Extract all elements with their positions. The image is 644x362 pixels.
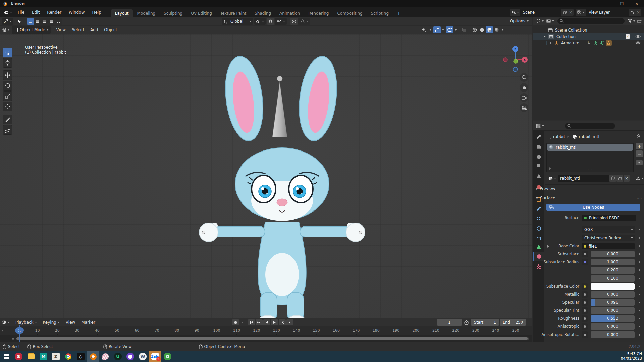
menu-edit[interactable]: Edit [28, 7, 43, 17]
editor-type-dropdown[interactable] [2, 28, 10, 32]
panel-preview-header[interactable]: Preview [535, 186, 555, 191]
property-slider[interactable]: 0.000 [591, 251, 635, 257]
workspace-tab-rendering[interactable]: Rendering [304, 9, 333, 17]
material-slot-list[interactable]: rabbit_mtl ···· [546, 143, 634, 172]
property-slider[interactable]: 0.000 [591, 323, 635, 330]
copy-material-icon[interactable] [616, 175, 623, 182]
menu-render[interactable]: Render [43, 7, 65, 17]
breadcrumb-object[interactable]: rabbit [553, 134, 565, 139]
armature-bone-cone[interactable] [272, 76, 287, 137]
taskbar-icon-blender[interactable] [87, 351, 99, 362]
unlink-material-icon[interactable]: × [624, 175, 630, 182]
workspace-tab-shading[interactable]: Shading [251, 9, 275, 17]
taskbar-clock[interactable]: 5:43 CH 04/01/2023 [621, 352, 642, 361]
keyframe-dot[interactable] [639, 326, 640, 327]
camera-view-icon[interactable] [520, 93, 528, 102]
select-mode-intersect[interactable] [55, 18, 62, 25]
tool-cursor[interactable] [3, 58, 12, 68]
timeline-menu-playback[interactable]: Playback [12, 320, 40, 325]
outliner-display-mode-dropdown[interactable] [546, 19, 554, 23]
close-button[interactable]: × [629, 0, 644, 7]
shading-solid-icon[interactable] [478, 26, 486, 33]
timeline-scrollbar-track[interactable] [16, 337, 529, 340]
timeline-menu-marker[interactable]: Marker [78, 320, 98, 325]
toggle-perspective-icon[interactable] [520, 103, 528, 112]
add-slot-button[interactable]: + [636, 143, 643, 149]
remove-slot-button[interactable]: − [636, 150, 643, 157]
pan-hand-icon[interactable] [520, 83, 528, 92]
timeline-scrollbar-cap[interactable] [12, 338, 14, 340]
keyframe-dot[interactable] [639, 286, 640, 287]
expand-arrow-icon[interactable] [543, 36, 546, 37]
socket-decorator[interactable] [582, 307, 588, 314]
prev-keyframe-button[interactable] [256, 319, 263, 325]
outliner-editor-type-dropdown[interactable] [536, 19, 544, 23]
xray-toggle[interactable] [460, 26, 468, 33]
properties-search-input[interactable] [565, 123, 615, 129]
taskbar-icon-app-green[interactable]: G [161, 351, 174, 362]
timeline-menu-keying[interactable]: Keying [40, 320, 63, 325]
snap-toggle[interactable] [267, 18, 274, 25]
keyframe-dot[interactable] [639, 302, 640, 303]
socket-decorator[interactable] [582, 291, 588, 298]
properties-tab-tool[interactable] [533, 133, 544, 141]
properties-tab-view-layer[interactable] [533, 162, 544, 171]
timeline-menu-view[interactable]: View [63, 320, 78, 325]
material-slot-selected[interactable]: rabbit_mtl [547, 144, 633, 151]
property-slider[interactable]: 0.553 [591, 315, 635, 322]
show-object-types-icon[interactable] [421, 26, 428, 33]
workspace-tab-sculpting[interactable]: Sculpting [160, 9, 186, 17]
mesh-data-icon[interactable] [606, 40, 612, 46]
jump-to-start-button[interactable] [248, 319, 255, 325]
tool-measure[interactable] [3, 125, 12, 135]
fake-user-shield-icon[interactable] [609, 175, 616, 182]
shading-wireframe-icon[interactable] [471, 26, 478, 33]
taskbar-icon-github[interactable] [124, 351, 137, 362]
rabbit-head[interactable] [235, 148, 329, 221]
color-swatch[interactable] [591, 283, 635, 290]
taskbar-icon-maya[interactable]: M [37, 351, 50, 362]
keyframe-dot[interactable] [639, 310, 640, 311]
taskbar-icon-unity[interactable]: ◇ [74, 351, 87, 362]
taskbar-icon-app-w[interactable]: W [137, 351, 149, 362]
outliner-filter-dropdown[interactable] [628, 19, 635, 23]
outliner-row-armature[interactable]: | Armature ↳ [533, 40, 644, 46]
new-collection-button[interactable] [637, 19, 642, 23]
select-mode-invert[interactable] [48, 18, 55, 25]
play-reverse-button[interactable] [263, 319, 270, 325]
viewport-menu-view[interactable]: View [53, 27, 69, 32]
keyframe-dot[interactable] [639, 294, 640, 295]
surface-shader-field[interactable]: Principled BSDF [582, 215, 636, 221]
menu-file[interactable]: File [14, 7, 28, 17]
socket-decorator[interactable] [582, 323, 588, 330]
outliner-search-input[interactable] [557, 18, 625, 24]
viewport-menu-add[interactable]: Add [87, 27, 101, 32]
viewport-3d[interactable]: User Perspective (1) Collection | rabbit [0, 26, 532, 318]
timeline-editor-type-dropdown[interactable] [2, 320, 10, 325]
gizmo-chevron[interactable] [442, 29, 444, 31]
menu-help[interactable]: Help [88, 7, 105, 17]
current-frame-field[interactable]: 1 [437, 319, 462, 326]
subsurface-method-dropdown[interactable]: Christensen-Burley [582, 235, 635, 241]
socket-decorator[interactable] [582, 331, 588, 338]
taskbar-icon-start[interactable] [0, 351, 12, 362]
property-slider[interactable]: 1.000 [591, 259, 635, 265]
taskbar-icon-file-explorer[interactable] [25, 351, 37, 362]
next-keyframe-button[interactable] [279, 319, 286, 325]
taskbar-icon-zbrush[interactable]: Z [50, 351, 62, 362]
playhead-line[interactable] [19, 325, 20, 342]
viewport-menu-select[interactable]: Select [69, 27, 87, 32]
rabbit-model[interactable] [0, 34, 532, 318]
keyframe-dot[interactable] [639, 245, 640, 247]
view-layer-selector[interactable]: View Layer × [576, 9, 641, 16]
play-button[interactable] [271, 319, 278, 325]
taskbar-icon-app-s[interactable]: S [12, 351, 25, 362]
gizmo-z-neg-axis[interactable] [513, 67, 518, 72]
taskbar-icon-app-uninstaller[interactable]: U [112, 351, 124, 362]
navigation-gizmo[interactable]: Z X [502, 45, 529, 72]
mode-dropdown[interactable]: Object Mode [12, 26, 51, 34]
socket-decorator[interactable] [582, 299, 588, 306]
slot-list-expand-icon[interactable] [549, 167, 551, 170]
shading-material-preview-icon[interactable] [486, 26, 493, 33]
outliner-row-scene-collection[interactable]: Scene Collection [533, 27, 644, 33]
